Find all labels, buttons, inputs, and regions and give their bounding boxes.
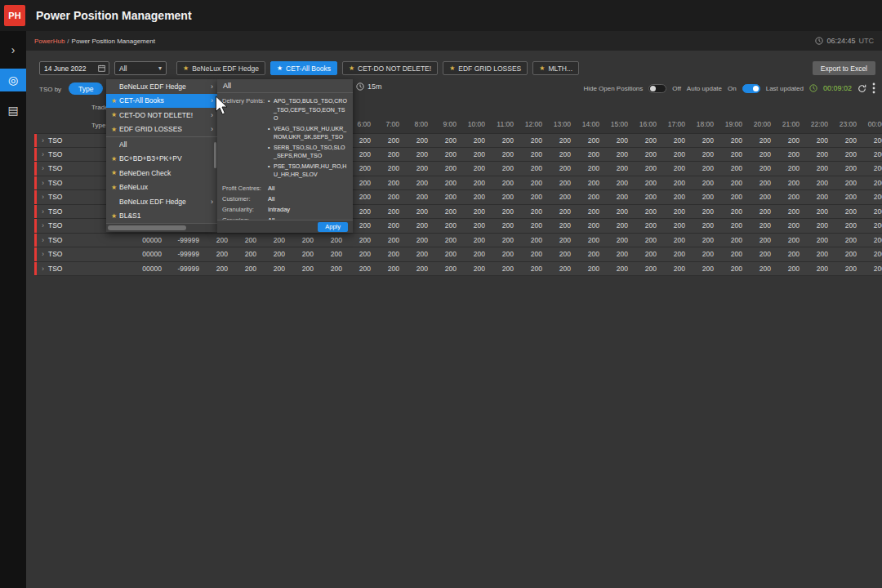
menu-item-beneden-check[interactable]: ★BeNeDen Check <box>106 166 217 180</box>
book-chip-cet-all-books[interactable]: ★CET-All Books <box>270 61 337 75</box>
position-cell: 200 <box>403 221 431 229</box>
utc-time: 06:24:45 <box>826 37 855 45</box>
export-to-excel-button[interactable]: Export to Excel <box>813 61 875 75</box>
book-chip-benelux-edf-hedge[interactable]: ★BeNeLux EDF Hedge <box>176 61 265 75</box>
row-total-cell: -99999 <box>165 250 203 258</box>
position-cell: 200 <box>688 250 717 258</box>
position-cell: 200 <box>431 236 460 244</box>
hide-open-positions-toggle[interactable] <box>648 84 666 93</box>
position-cell: 200 <box>546 136 574 145</box>
tso-by-type-toggle[interactable]: Type <box>69 82 103 95</box>
menu-item-bc-bd-b3-pk-pv[interactable]: ★BC+BD+B3+PK+PV <box>106 152 217 167</box>
book-chip-cet-do-not-delete[interactable]: ★CET-DO NOT DELETE! <box>342 61 438 75</box>
position-cell: 200 <box>317 265 345 273</box>
position-cell: 200 <box>831 136 860 145</box>
expand-row-icon[interactable]: › <box>42 150 44 158</box>
position-cell: 200 <box>774 179 803 187</box>
book-item-list: All★BC+BD+B3+PK+PV★BeNeDen Check★BeNeLux… <box>106 136 217 223</box>
refresh-icon[interactable] <box>858 84 866 93</box>
detail-field: Profit Centres:All <box>222 185 348 192</box>
position-cell: 200 <box>517 179 546 187</box>
book-chip-mlth[interactable]: ★MLTH... <box>532 61 579 75</box>
position-cell: 200 <box>403 250 431 258</box>
menu-item-cet-do-not-delete[interactable]: ★CET-DO NOT DELETE!› <box>106 108 217 122</box>
position-cell: 200 <box>603 179 631 187</box>
position-cell: 200 <box>688 221 717 229</box>
position-cell: 200 <box>660 150 688 158</box>
position-cell: 200 <box>603 164 631 172</box>
position-cell: 200 <box>574 150 603 158</box>
expand-row-icon[interactable]: › <box>42 250 44 258</box>
position-cell: 200 <box>203 250 231 258</box>
menu-item-label: CET-All Books <box>119 96 208 105</box>
auto-update-state: On <box>728 85 737 92</box>
reports-nav-icon[interactable]: ▤ <box>0 99 26 122</box>
detail-field-label: Granularity: <box>222 206 268 213</box>
more-options-icon[interactable] <box>872 82 875 94</box>
position-cell: 200 <box>488 164 517 172</box>
position-cell: 200 <box>860 164 882 172</box>
position-cell: 200 <box>803 236 831 244</box>
scrollbar-thumb[interactable] <box>108 225 186 230</box>
menu-item-benelux-edf-hedge[interactable]: BeNeLux EDF Hedge› <box>106 194 217 209</box>
menu-item-cet-all-books[interactable]: ★CET-All Books› <box>106 94 217 109</box>
position-cell: 200 <box>688 207 717 216</box>
hide-open-positions-label: Hide Open Positions <box>583 85 643 92</box>
menu-item-label: BeNeLux <box>119 183 213 191</box>
expand-row-icon[interactable]: › <box>42 236 44 244</box>
position-cell: 200 <box>831 236 860 244</box>
expand-row-icon[interactable]: › <box>42 164 44 172</box>
book-selector-menu: BeNeLux EDF Hedge›★CET-All Books›★CET-DO… <box>106 79 217 232</box>
expand-row-icon[interactable]: › <box>42 136 44 145</box>
menu-horizontal-scrollbar[interactable] <box>106 223 217 232</box>
expand-row-icon[interactable]: › <box>42 179 44 187</box>
book-chip-edf-grid-losses[interactable]: ★EDF GRID LOSSES <box>443 61 528 75</box>
row-label: TSO <box>48 250 62 258</box>
position-cell: 200 <box>860 265 882 273</box>
book-filter-select[interactable]: All ▾ <box>114 61 167 75</box>
auto-update-toggle[interactable] <box>742 84 760 93</box>
timer-icon <box>809 84 817 92</box>
row-label: TSO <box>48 136 62 145</box>
position-cell: 200 <box>403 150 431 158</box>
position-cell: 200 <box>631 250 660 258</box>
menu-item-benelux-edf-hedge[interactable]: BeNeLux EDF Hedge› <box>106 79 217 94</box>
time-column-header: 16:00 <box>631 120 660 128</box>
calendar-icon[interactable] <box>98 65 105 72</box>
position-cell: 200 <box>717 265 746 273</box>
position-cell: 200 <box>688 179 717 187</box>
expand-row-icon[interactable]: › <box>42 193 44 201</box>
time-column-header: 17:00 <box>660 120 688 128</box>
menu-item-edf-grid-losses[interactable]: ★EDF GRID LOSSES› <box>106 122 217 137</box>
granularity-indicator[interactable]: 15m <box>356 82 382 91</box>
expand-row-icon[interactable]: › <box>42 207 44 216</box>
position-cell: 200 <box>546 193 574 201</box>
delivery-point-item: PSE_TSO,MAVIR,HU_RO,HU_HR,HR_SLOV <box>268 163 348 180</box>
menu-scrollbar[interactable] <box>214 142 216 168</box>
position-cell: 200 <box>660 193 688 201</box>
position-cell: 200 <box>517 236 546 244</box>
position-cell: 200 <box>631 207 660 216</box>
menu-item-label: BL&S1 <box>119 212 213 220</box>
time-column-header: 15:00 <box>603 120 631 128</box>
breadcrumb-app-link[interactable]: PowerHub <box>34 38 65 45</box>
menu-item-label: BeNeLux EDF Hedge <box>119 198 208 206</box>
apply-button[interactable]: Apply <box>318 222 348 232</box>
delivery-points-list: APG_TSO,BULG_TSO,CRO_TSO,CEPS_TSO,EON_TS… <box>268 97 348 181</box>
position-cell: 200 <box>260 236 288 244</box>
expand-row-icon[interactable]: › <box>42 221 44 229</box>
menu-item-bl-s1[interactable]: ★BL&S1 <box>106 209 217 224</box>
menu-item-all[interactable]: All <box>106 137 217 152</box>
time-column-header: 21:00 <box>774 120 803 128</box>
time-column-header: 12:00 <box>517 120 546 128</box>
expand-sidebar-icon[interactable]: › <box>0 38 26 61</box>
positions-nav-icon[interactable]: ◎ <box>0 69 26 91</box>
row-label: TSO <box>48 207 62 216</box>
row-accent-bar <box>34 234 37 247</box>
menu-item-benelux[interactable]: ★BeNeLux <box>106 180 217 195</box>
position-cell: 200 <box>860 207 882 216</box>
expand-row-icon[interactable]: › <box>42 265 44 273</box>
clock-icon <box>356 82 364 91</box>
position-cell: 200 <box>460 150 488 158</box>
position-cell: 200 <box>603 207 631 216</box>
